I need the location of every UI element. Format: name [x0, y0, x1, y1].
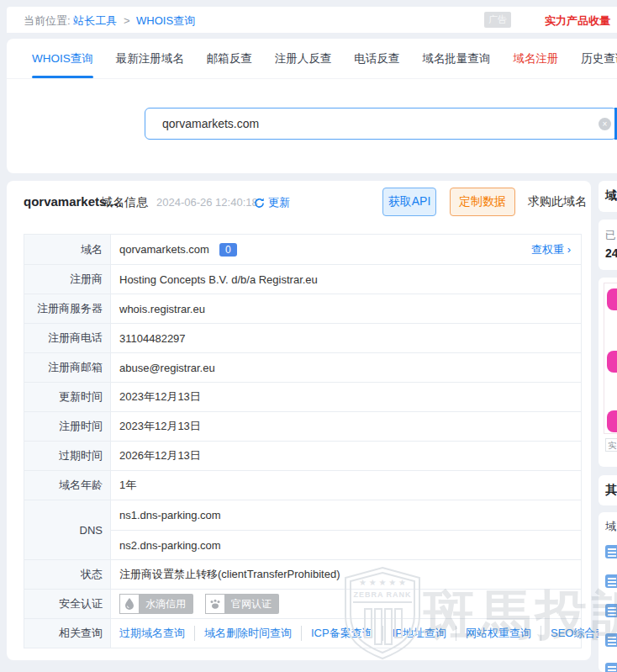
row-label: 更新时间	[24, 383, 111, 411]
tab-history-query[interactable]: 历史查询	[581, 39, 617, 78]
sidebar-stat-label: 已	[605, 228, 616, 243]
check-weight-link[interactable]: 查权重 ›	[531, 242, 571, 257]
sidebar-card-domain: 域	[599, 181, 617, 212]
row-label: DNS	[24, 500, 111, 559]
sidebar-card-stats: 已 24	[599, 220, 617, 270]
row-label: 注册时间	[24, 412, 111, 441]
get-api-button[interactable]: 获取API	[382, 188, 436, 216]
row-label: 注册商电话	[24, 324, 111, 352]
dns-item: ns2.dns-parking.com	[111, 530, 581, 559]
row-value: 31104482297	[111, 324, 581, 352]
promo-mini-label: 实	[605, 438, 617, 452]
link-icp-record[interactable]: ICP备案查询	[301, 626, 373, 641]
table-row-created-date: 注册时间 2023年12月13日	[24, 411, 581, 441]
whois-info-table: 域名 qorvamarkets.com 0 查权重 › 注册商 Hosting …	[24, 234, 582, 648]
row-label: 注册商	[24, 265, 111, 294]
tab-phone-reverse[interactable]: 电话反查	[354, 39, 399, 78]
breadcrumb-prefix: 当前位置:	[24, 14, 71, 27]
tab-whois-query[interactable]: WHOIS查询	[32, 39, 93, 78]
table-row-registrar-email: 注册商邮箱 abuse@registrar.eu	[24, 352, 581, 382]
promo-app-icon[interactable]	[607, 351, 617, 373]
official-site-cert-badge: 官网认证	[205, 594, 279, 614]
table-row-domain-age: 域名年龄 1年	[24, 470, 581, 500]
row-value: Hosting Concepts B.V. d/b/a Registrar.eu	[111, 265, 581, 294]
tool-list-icon[interactable]	[605, 574, 617, 588]
row-label: 相关查询	[24, 619, 111, 648]
dns-values: ns1.dns-parking.com ns2.dns-parking.com	[111, 500, 581, 559]
water-drop-credit-badge: 水滴信用	[119, 594, 193, 614]
promo-link[interactable]: 实力产品收量	[545, 13, 610, 29]
row-value: 2023年12月13日	[111, 383, 581, 411]
tab-batch-query[interactable]: 域名批量查询	[422, 39, 490, 78]
table-row-security-cert: 安全认证 水滴信用 官网认证	[24, 589, 581, 618]
table-row-updated-date: 更新时间 2023年12月13日	[24, 382, 581, 411]
row-value: whois.registrar.eu	[111, 294, 581, 323]
badge-label: 水滴信用	[145, 597, 186, 611]
tab-domain-register[interactable]: 域名注册	[513, 39, 558, 78]
breadcrumb: 当前位置: 站长工具 > WHOIS查询	[24, 13, 195, 29]
tool-list-icon[interactable]	[605, 633, 617, 647]
badge-label: 官网认证	[231, 597, 272, 611]
link-site-weight[interactable]: 网站权重查询	[456, 626, 531, 641]
tool-list-icon[interactable]	[605, 545, 617, 558]
table-row-status: 状态 注册商设置禁止转移(clientTransferProhibited)	[24, 559, 581, 589]
row-value: 1年	[111, 471, 581, 500]
paw-icon	[205, 594, 225, 614]
custom-data-button[interactable]: 定制数据	[450, 188, 515, 216]
row-value: 水滴信用 官网认证	[111, 590, 581, 618]
table-row-domain: 域名 qorvamarkets.com 0 查权重 ›	[24, 235, 581, 264]
refresh-icon	[254, 198, 265, 209]
table-row-whois-server: 注册商服务器 whois.registrar.eu	[24, 294, 581, 323]
tab-registrant-reverse[interactable]: 注册人反查	[275, 39, 332, 78]
promo-app-icon[interactable]	[607, 288, 617, 310]
table-row-registrar-phone: 注册商电话 31104482297	[24, 323, 581, 352]
sidebar-stat-value: 24	[605, 246, 617, 260]
breadcrumb-link-root[interactable]: 站长工具	[73, 14, 117, 27]
row-value: qorvamarkets.com 0 查权重 ›	[111, 235, 581, 264]
domain-value: qorvamarkets.com	[119, 243, 209, 256]
tool-list-icon[interactable]	[605, 604, 617, 617]
whois-result-card: qorvamarkets.… 域名信息 2024-06-26 12:40:18 …	[7, 181, 591, 660]
tab-email-reverse[interactable]: 邮箱反查	[207, 39, 252, 78]
row-label: 注册商邮箱	[24, 353, 111, 382]
result-header: qorvamarkets.… 域名信息 2024-06-26 12:40:18 …	[7, 181, 591, 234]
link-expired-domains[interactable]: 过期域名查询	[119, 626, 185, 641]
row-label: 过期时间	[24, 442, 111, 470]
row-value: 2023年12月13日	[111, 412, 581, 441]
link-ip-address[interactable]: IP地址查询	[382, 626, 446, 641]
dns-item: ns1.dns-parking.com	[111, 500, 581, 530]
clear-input-icon[interactable]: ×	[599, 118, 611, 130]
tab-latest-registered[interactable]: 最新注册域名	[116, 39, 184, 78]
query-card: WHOIS查询 最新注册域名 邮箱反查 注册人反查 电话反查 域名批量查询 域名…	[7, 39, 617, 173]
table-row-related-queries: 相关查询 过期域名查询 域名删除时间查询 ICP备案查询 IP地址查询 网站权重…	[24, 618, 581, 648]
row-value: 2026年12月13日	[111, 442, 581, 470]
row-label: 状态	[24, 560, 111, 589]
table-row-expiry-date: 过期时间 2026年12月13日	[24, 441, 581, 470]
refresh-label: 更新	[268, 195, 290, 210]
row-value: abuse@registrar.eu	[111, 353, 581, 382]
breadcrumb-link-current[interactable]: WHOIS查询	[136, 14, 195, 27]
sidebar-card-other: 其	[599, 475, 617, 505]
table-row-registrar: 注册商 Hosting Concepts B.V. d/b/a Registra…	[24, 264, 581, 294]
link-deletion-time[interactable]: 域名删除时间查询	[194, 626, 292, 641]
top-bar: 当前位置: 站长工具 > WHOIS查询 广告 实力产品收量	[7, 7, 617, 33]
buy-domain-button[interactable]: 求购此域名	[525, 188, 589, 216]
sidebar-card-tools: 域	[599, 512, 617, 672]
table-row-dns: DNS ns1.dns-parking.com ns2.dns-parking.…	[24, 500, 581, 559]
tool-list-icon[interactable]	[605, 663, 617, 672]
sidebar-title: 其	[605, 483, 617, 498]
promo-app-icon[interactable]	[607, 410, 617, 432]
ad-placeholder-badge: 广告	[484, 12, 511, 28]
row-label: 域名	[24, 235, 111, 264]
row-label: 安全认证	[24, 590, 111, 618]
sidebar-title: 域	[605, 519, 616, 534]
water-drop-icon	[119, 594, 140, 614]
query-timestamp: 2024-06-26 12:40:18	[156, 196, 258, 209]
tab-bar: WHOIS查询 最新注册域名 邮箱反查 注册人反查 电话反查 域名批量查询 域名…	[7, 39, 617, 79]
domain-search-input[interactable]	[145, 108, 617, 140]
section-title: 域名信息	[101, 195, 148, 210]
refresh-link[interactable]: 更新	[254, 195, 290, 210]
row-value: 注册商设置禁止转移(clientTransferProhibited)	[111, 560, 581, 589]
count-badge: 0	[219, 243, 237, 257]
row-label: 域名年龄	[24, 471, 111, 500]
